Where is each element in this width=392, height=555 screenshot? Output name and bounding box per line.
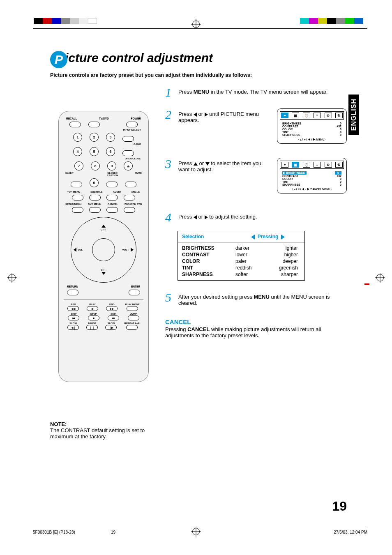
remote-btn-sleep[interactable] bbox=[71, 182, 82, 187]
heading-title: icture control adjustment bbox=[65, 51, 213, 64]
tv-nav-hint: ▲/ ▼/ ◀ / ▶/CANCEL/MENU bbox=[293, 188, 330, 191]
tv-tab-icon: ⚙ bbox=[325, 113, 332, 118]
remote-btn-mute[interactable] bbox=[125, 182, 136, 187]
remote-dpad[interactable]: CH + VOL – VOL + CH – bbox=[71, 217, 136, 283]
remote-btn-zoom[interactable] bbox=[124, 207, 135, 213]
up-arrow-icon bbox=[194, 162, 198, 166]
cancel-bold: CANCEL bbox=[187, 326, 210, 332]
remote-btn-closedcaption[interactable] bbox=[106, 182, 118, 187]
sel-row-name: CONTRAST bbox=[178, 251, 231, 258]
tv-value: +32 bbox=[337, 125, 341, 128]
remote-btn-setupmenu[interactable] bbox=[72, 207, 83, 213]
note-block: NOTE: The CONTRAST default setting is se… bbox=[50, 421, 153, 440]
registration-mark-top bbox=[192, 21, 200, 28]
sel-row-name: BRIGHTNESS bbox=[178, 245, 231, 251]
remote-btn-2[interactable]: 2 bbox=[90, 133, 99, 142]
remote-btn-5[interactable]: 5 bbox=[90, 147, 99, 156]
remote-label-topmenu: TOP MENU bbox=[67, 191, 80, 193]
remote-dpad-center[interactable] bbox=[92, 238, 115, 261]
remote-btn-power[interactable] bbox=[126, 122, 138, 127]
remote-btn-slowb[interactable]: ◀❙ bbox=[67, 325, 79, 330]
tv-tab-icon: ≡ bbox=[314, 162, 321, 168]
remote-btn-stop[interactable]: ■ bbox=[88, 315, 99, 320]
remote-btn-tvdvd[interactable] bbox=[88, 122, 100, 127]
remote-btn-pause[interactable]: ❙❙ bbox=[86, 325, 98, 330]
remote-label-slowb: SLOW bbox=[69, 322, 77, 325]
tv-value: 0 bbox=[340, 134, 341, 136]
remote-label-closedcaption: CLOSED CAPTION bbox=[107, 172, 118, 177]
tv-tab-icon: ⇅ bbox=[335, 113, 343, 118]
remote-btn-7[interactable]: 7 bbox=[74, 161, 83, 170]
tv-value: 0 bbox=[340, 183, 341, 186]
remote-label-playmode: PLAY MODE bbox=[125, 303, 140, 306]
remote-btn-skipf[interactable]: ⏭ bbox=[108, 315, 119, 320]
tv-value: 0 bbox=[340, 128, 341, 131]
remote-btn-topmenu[interactable] bbox=[72, 195, 83, 200]
remote-btn-return[interactable] bbox=[67, 290, 78, 295]
footer-imprint: 5F00301B [E] (P18-23) 19 27/6/03, 12:04 … bbox=[33, 530, 367, 534]
remote-btn-subtitle[interactable] bbox=[89, 195, 101, 200]
tv-item-selected: ▶BRIGHTNESS bbox=[282, 171, 307, 175]
remote-label-zoom: ZOOM/CH RTN bbox=[125, 203, 142, 205]
remote-btn-9[interactable]: 9 bbox=[107, 161, 116, 170]
note-title: NOTE: bbox=[50, 421, 67, 427]
remote-btn-playmode[interactable] bbox=[127, 306, 138, 311]
remote-label-slowf: SLOW bbox=[107, 322, 115, 325]
remote-label-chup: CH + bbox=[101, 228, 106, 231]
remote-btn-audio[interactable] bbox=[106, 195, 118, 200]
remote-btn-eject[interactable]: ⏏ bbox=[124, 161, 133, 170]
step-5-number: 5 bbox=[165, 291, 174, 306]
remote-btn-cancel[interactable] bbox=[106, 207, 118, 213]
remote-btn-8[interactable]: 8 bbox=[91, 161, 100, 170]
tv-nav-hint: ▲/ ▼/ ◀ / ▶/MENU bbox=[300, 138, 324, 141]
remote-btn-recall[interactable] bbox=[69, 122, 81, 127]
crop-rule-bottom bbox=[33, 526, 367, 526]
remote-label-openclose: OPEN/CLOSE bbox=[62, 157, 145, 160]
remote-btn-0[interactable]: 0 bbox=[90, 178, 99, 187]
sel-row-left: softer bbox=[231, 271, 268, 278]
remote-btn-6[interactable]: 6 bbox=[106, 147, 115, 156]
step-5-bold: MENU bbox=[254, 294, 270, 300]
tv-tab-icon: ⌚ bbox=[303, 162, 310, 168]
remote-btn-jump[interactable] bbox=[128, 315, 139, 320]
page-number: 19 bbox=[332, 499, 347, 514]
remote-btn-skipb[interactable]: ⏮ bbox=[68, 315, 79, 320]
tv-tab-icon: ▦ bbox=[292, 113, 299, 118]
remote-btn-play[interactable]: ▶ bbox=[87, 306, 98, 311]
remote-label-volup: VOL + bbox=[122, 249, 129, 251]
remote-label-return: RETURN bbox=[67, 285, 78, 288]
cancel-section: CANCEL Pressing CANCEL while making pict… bbox=[165, 318, 347, 339]
step-4-pre: Press bbox=[178, 214, 194, 220]
remote-btn-game[interactable] bbox=[122, 150, 134, 156]
remote-btn-angle[interactable] bbox=[124, 195, 135, 200]
step-4: 4 Press or to adjust the setting. bbox=[165, 211, 347, 223]
remote-btn-rev[interactable]: ◀◀ bbox=[67, 306, 79, 311]
tv-tab-icon: ✦ bbox=[281, 113, 288, 118]
remote-label-play: PLAY bbox=[89, 303, 95, 306]
tv-menu-screenshot-1: ✦ ▦ ⌚ ≡ ⚙ ⇅ BRIGHTNESS0 CONTRAST+32 COLO… bbox=[277, 108, 347, 144]
remote-btn-enter[interactable] bbox=[129, 290, 140, 295]
remote-btn-slowf[interactable]: ❙▶ bbox=[105, 325, 117, 330]
step-3-mid: or bbox=[198, 160, 205, 166]
remote-label-skipf: SKIP bbox=[111, 313, 116, 315]
arrow-down-icon bbox=[101, 272, 106, 275]
remote-label-game: GAME bbox=[62, 143, 145, 145]
remote-btn-3[interactable]: 3 bbox=[106, 133, 115, 142]
tv-item: BRIGHTNESS bbox=[282, 122, 301, 125]
remote-btn-1[interactable]: 1 bbox=[73, 133, 82, 142]
sel-row-left: darker bbox=[231, 245, 268, 251]
selection-header: Selection bbox=[178, 231, 231, 242]
tv-item: SHARPNESS bbox=[282, 134, 300, 136]
note-text: The CONTRAST default setting is set to m… bbox=[50, 427, 145, 440]
remote-label-voldown: VOL – bbox=[78, 249, 85, 251]
remote-btn-dvdmenu[interactable] bbox=[89, 207, 101, 213]
remote-btn-fwd[interactable]: ▶▶ bbox=[106, 306, 118, 311]
remote-label-fwd: FWD bbox=[109, 303, 115, 306]
remote-btn-repeat[interactable] bbox=[126, 325, 138, 330]
step-1-post: in the TV mode. The TV menu screen will … bbox=[209, 89, 327, 95]
right-arrow-icon bbox=[281, 235, 285, 240]
tv-menu-screenshot-2: ✦ ▦ ⌚ ≡ ⚙ ⇅ ▶BRIGHTNESS0 CONTRAST+32 COL… bbox=[277, 158, 347, 193]
remote-btn-4[interactable]: 4 bbox=[73, 147, 82, 156]
step-3-pre: Press bbox=[178, 160, 194, 166]
remote-btn-inputselect[interactable] bbox=[122, 136, 134, 142]
